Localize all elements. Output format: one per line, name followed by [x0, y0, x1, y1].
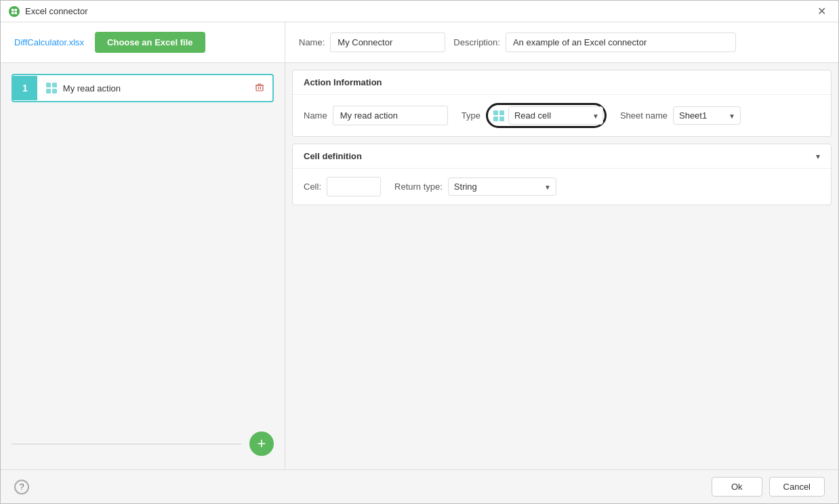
svg-rect-15 — [499, 117, 504, 121]
file-selector-bar: DiffCalculator.xlsx Choose an Excel file — [1, 22, 285, 63]
type-label: Type — [462, 110, 480, 121]
svg-rect-5 — [52, 83, 57, 87]
footer: ? Ok Cancel — [1, 469, 838, 503]
file-link[interactable]: DiffCalculator.xlsx — [14, 37, 84, 47]
add-action-button[interactable]: + — [249, 432, 274, 456]
type-field-group: Type Read cell Write cell — [462, 103, 607, 128]
name-field-group: Name: — [299, 33, 445, 52]
return-type-select-wrap: String Number Boolean ▼ — [448, 177, 556, 196]
svg-rect-8 — [256, 85, 263, 91]
connector-description-input[interactable] — [506, 33, 736, 52]
chevron-down-icon: ▾ — [816, 152, 820, 161]
connector-header: Name: Description: — [285, 22, 838, 63]
svg-rect-14 — [493, 117, 498, 121]
svg-rect-6 — [46, 89, 51, 93]
actions-list: 1 My read action — [1, 63, 285, 423]
return-type-label: Return type: — [394, 182, 443, 192]
delete-action-button[interactable] — [247, 76, 272, 100]
cell-label: Cell: — [304, 182, 321, 192]
sheet-name-select[interactable]: Sheet1 Sheet2 — [673, 106, 741, 125]
description-label: Description: — [453, 37, 500, 47]
left-panel: DiffCalculator.xlsx Choose an Excel file… — [1, 22, 285, 469]
action-label-area: My read action — [37, 75, 247, 101]
action-name-group: Name — [304, 106, 448, 125]
action-info-section: Action Information Name Type — [292, 70, 832, 137]
svg-rect-12 — [493, 110, 498, 115]
svg-rect-1 — [15, 9, 18, 12]
excel-connector-dialog: Excel connector ✕ DiffCalculator.xlsx Ch… — [0, 0, 839, 504]
action-label: My read action — [63, 83, 239, 93]
trash-icon — [255, 83, 264, 92]
connector-icon — [45, 82, 58, 94]
svg-rect-13 — [499, 110, 504, 115]
action-name-input[interactable] — [333, 106, 448, 125]
sheet-select-wrap: Sheet1 Sheet2 ▼ — [673, 106, 741, 125]
title-bar: Excel connector ✕ — [1, 1, 838, 22]
cell-def-title: Cell definition — [304, 151, 362, 161]
cell-field-group: Cell: — [304, 177, 381, 196]
svg-rect-3 — [15, 12, 18, 14]
svg-rect-2 — [12, 12, 14, 14]
read-cell-icon — [492, 109, 506, 123]
type-select[interactable]: Read cell Write cell Read range — [508, 106, 603, 125]
title-bar-left: Excel connector — [9, 6, 88, 17]
svg-rect-4 — [46, 83, 51, 87]
right-panel: Name: Description: Action Information Na… — [285, 22, 838, 469]
choose-file-button[interactable]: Choose an Excel file — [95, 32, 205, 53]
close-button[interactable]: ✕ — [813, 3, 830, 20]
action-name-label: Name — [304, 110, 327, 121]
connector-name-input[interactable] — [330, 33, 445, 52]
ok-button[interactable]: Ok — [712, 477, 762, 497]
sheet-name-label: Sheet name — [620, 110, 668, 121]
cell-input[interactable] — [327, 177, 381, 196]
bottom-bar: + — [1, 423, 285, 469]
return-type-select[interactable]: String Number Boolean — [448, 177, 556, 196]
cell-def-header: Cell definition ▾ — [293, 144, 831, 169]
sheet-name-group: Sheet name Sheet1 Sheet2 ▼ — [620, 106, 741, 125]
svg-rect-7 — [52, 89, 57, 93]
divider — [12, 444, 241, 444]
help-button[interactable]: ? — [14, 480, 29, 495]
action-item[interactable]: 1 My read action — [12, 74, 274, 102]
cell-definition-section: Cell definition ▾ Cell: Return type: Str… — [292, 144, 832, 205]
app-icon — [9, 6, 20, 17]
cancel-button[interactable]: Cancel — [769, 477, 825, 497]
action-info-header: Action Information — [293, 70, 831, 95]
return-type-group: Return type: String Number Boolean ▼ — [394, 177, 556, 196]
main-content: DiffCalculator.xlsx Choose an Excel file… — [1, 22, 838, 469]
footer-buttons: Ok Cancel — [712, 477, 825, 497]
cell-def-body: Cell: Return type: String Number Boolean… — [293, 169, 831, 205]
action-info-title: Action Information — [304, 77, 382, 87]
description-field-group: Description: — [453, 33, 736, 52]
action-info-body: Name Type — [293, 95, 831, 136]
svg-rect-0 — [12, 9, 14, 12]
name-label: Name: — [299, 37, 325, 47]
action-number: 1 — [13, 76, 37, 100]
type-select-wrapper: Read cell Write cell Read range ▼ — [486, 103, 607, 128]
dialog-title: Excel connector — [25, 6, 88, 16]
